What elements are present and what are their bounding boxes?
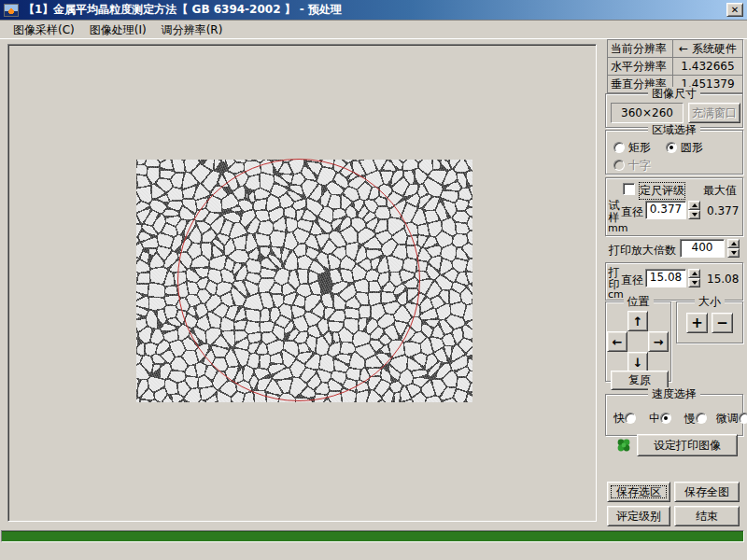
specimen-diameter-stepper[interactable] bbox=[688, 201, 700, 219]
region-select-group-title: 区域选择 bbox=[648, 123, 700, 136]
fast-label: 快 bbox=[613, 412, 625, 425]
max-value-label: 最大值 bbox=[703, 183, 737, 199]
fixed-scale-label[interactable]: 定尺评级 bbox=[640, 183, 684, 199]
stepper-down-icon[interactable] bbox=[727, 248, 740, 258]
arrow-up-icon: ↑ bbox=[633, 315, 643, 329]
stepper-up-icon[interactable] bbox=[688, 201, 700, 210]
stepper-down-icon[interactable] bbox=[688, 278, 700, 287]
specimen-diameter-input[interactable]: 0.377 bbox=[645, 201, 686, 219]
mid-label: 中 bbox=[649, 412, 660, 425]
current-resolution-value: ← 系统硬件 bbox=[673, 40, 742, 57]
circle-label: 圆形 bbox=[681, 141, 703, 154]
radio-fast-icon[interactable] bbox=[625, 413, 636, 424]
stepper-down-icon[interactable] bbox=[688, 210, 700, 219]
region-select-group: 区域选择 矩形 圆形 十字 bbox=[605, 130, 743, 175]
speed-mid-option[interactable]: 中 bbox=[649, 411, 671, 427]
table-row: 水平分辨率 1.432665 bbox=[608, 58, 742, 76]
rate-level-button[interactable]: 评定级别 bbox=[607, 506, 670, 526]
speed-fast-option[interactable]: 快 bbox=[613, 411, 636, 427]
size-group: 大小 + − bbox=[676, 301, 743, 343]
specimen-unit-label: mm bbox=[608, 222, 627, 234]
print-diameter-input[interactable]: 15.08 bbox=[645, 269, 686, 287]
image-size-group-title: 图像尺寸 bbox=[648, 87, 700, 100]
radio-mid-icon[interactable] bbox=[660, 413, 671, 424]
table-row: 当前分辨率 ← 系统硬件 bbox=[608, 40, 742, 58]
control-panel: 当前分辨率 ← 系统硬件 水平分辨率 1.432665 垂直分辨率 1.4513… bbox=[601, 37, 747, 546]
minus-icon: − bbox=[716, 315, 728, 331]
resolution-table: 当前分辨率 ← 系统硬件 水平分辨率 1.432665 垂直分辨率 1.4513… bbox=[607, 39, 743, 93]
move-down-button[interactable]: ↓ bbox=[627, 352, 648, 372]
arrow-down-icon: ↓ bbox=[633, 356, 643, 370]
radio-circle-icon[interactable] bbox=[666, 142, 677, 153]
specimen-side-label: 试样 bbox=[608, 200, 620, 224]
cross-label: 十字 bbox=[628, 159, 651, 172]
print-unit-label: cm bbox=[608, 288, 624, 301]
focus-rect bbox=[611, 485, 667, 498]
slow-label: 慢 bbox=[684, 412, 696, 425]
radio-cross: 十字 bbox=[613, 158, 651, 174]
stepper-up-icon[interactable] bbox=[727, 239, 740, 248]
stepper-up-icon[interactable] bbox=[688, 269, 700, 278]
size-minus-button[interactable]: − bbox=[712, 313, 733, 333]
menu-image-capture[interactable]: 图像采样(C) bbox=[6, 21, 82, 40]
speed-group: 速度选择 快 中 慢 微调 bbox=[605, 394, 743, 436]
horizontal-resolution-label: 水平分辨率 bbox=[608, 58, 673, 75]
position-group-title: 位置 bbox=[624, 295, 654, 308]
fixed-scale-checkbox[interactable] bbox=[623, 183, 635, 195]
save-selection-button[interactable]: 保存选区 bbox=[607, 482, 670, 502]
image-size-display: 360×260 bbox=[611, 103, 684, 123]
clover-icon bbox=[616, 438, 631, 453]
radio-fine-icon[interactable] bbox=[739, 413, 747, 424]
radio-rectangle-icon[interactable] bbox=[613, 142, 625, 153]
move-left-button[interactable]: ← bbox=[607, 331, 627, 352]
horizontal-resolution-value: 1.432665 bbox=[673, 58, 742, 75]
close-button[interactable]: ✕ bbox=[726, 3, 743, 17]
progress-bar bbox=[1, 530, 744, 542]
radio-cross-icon bbox=[613, 160, 625, 171]
plus-icon: + bbox=[691, 315, 703, 331]
print-diameter-stepper[interactable] bbox=[688, 269, 700, 287]
print-max-value: 15.08 bbox=[707, 273, 739, 286]
image-work-area bbox=[7, 44, 597, 522]
menu-image-process[interactable]: 图像处理(I) bbox=[82, 21, 154, 40]
current-resolution-label: 当前分辨率 bbox=[608, 40, 673, 57]
specimen-group: 定尺评级 最大值 试样 直径 0.377 0.377 mm bbox=[605, 177, 743, 236]
application-window: { "window": { "title": "【1】金属平均晶粒度测定方法【 … bbox=[0, 0, 747, 560]
move-right-button[interactable]: → bbox=[648, 331, 669, 352]
move-up-button[interactable]: ↑ bbox=[627, 311, 648, 331]
print-diameter-label: 直径 bbox=[621, 273, 643, 288]
radio-slow-icon[interactable] bbox=[696, 413, 707, 424]
size-plus-button[interactable]: + bbox=[686, 313, 708, 333]
speed-fine-option[interactable]: 微调 bbox=[716, 411, 747, 427]
radio-rectangle[interactable]: 矩形 bbox=[613, 140, 651, 156]
progress-bar-fill bbox=[2, 531, 743, 541]
specimen-max-value: 0.377 bbox=[707, 204, 739, 217]
save-full-image-button[interactable]: 保存全图 bbox=[674, 482, 740, 502]
window-title: 【1】金属平均晶粒度测定方法【 GB 6394-2002 】 - 预处理 bbox=[23, 2, 726, 18]
circle-selection-overlay[interactable] bbox=[177, 159, 420, 401]
set-print-image-button[interactable]: 设定打印图像 bbox=[637, 434, 738, 456]
fill-window-button: 充满窗口 bbox=[688, 103, 740, 123]
rectangle-label: 矩形 bbox=[628, 141, 651, 154]
fine-label: 微调 bbox=[716, 412, 739, 425]
speed-slow-option[interactable]: 慢 bbox=[684, 411, 707, 427]
specimen-diameter-label: 直径 bbox=[621, 204, 643, 220]
radio-circle[interactable]: 圆形 bbox=[666, 140, 703, 156]
menu-adjust-resolution[interactable]: 调分辨率(R) bbox=[154, 21, 231, 40]
size-group-title: 大小 bbox=[695, 295, 725, 308]
print-magnification-input[interactable]: 400 bbox=[680, 239, 725, 258]
title-bar: 【1】金属平均晶粒度测定方法【 GB 6394-2002 】 - 预处理 ✕ bbox=[0, 0, 747, 21]
window-icon bbox=[4, 4, 19, 17]
grain-image-container bbox=[136, 160, 472, 402]
end-button[interactable]: 结束 bbox=[674, 506, 740, 526]
print-magnification-label: 打印放大倍数 bbox=[609, 243, 676, 259]
speed-group-title: 速度选择 bbox=[648, 387, 700, 400]
print-magnification-stepper[interactable] bbox=[727, 239, 740, 258]
arrow-left-icon: ← bbox=[613, 335, 623, 349]
arrow-right-icon: → bbox=[654, 335, 664, 349]
